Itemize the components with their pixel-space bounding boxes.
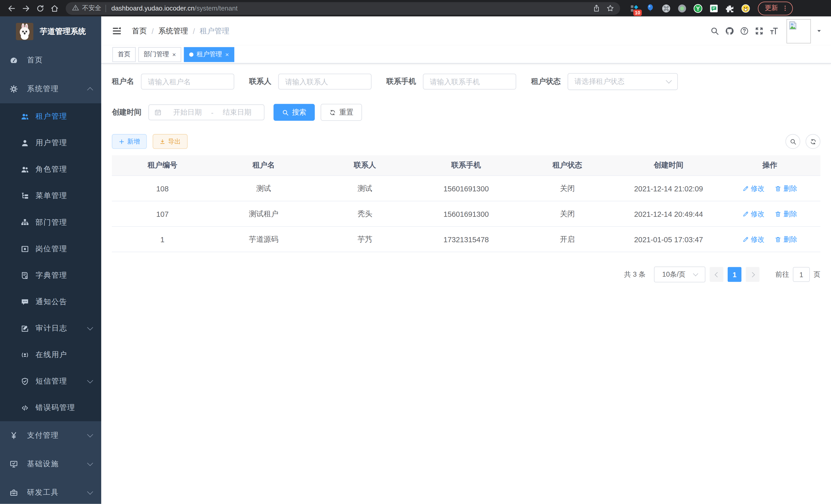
refresh-table-button[interactable] <box>806 134 821 149</box>
total-count: 共 3 条 <box>624 270 646 279</box>
ext-balloon-icon[interactable] <box>642 1 658 16</box>
table-row: 107 测试租户 秃头 15601691300 关闭 2021-12-14 20… <box>112 201 821 227</box>
url-bar[interactable]: 不安全 dashboard.yudao.iocoder.cn /system/t… <box>66 2 620 14</box>
sidebar-item-audit-log[interactable]: 审计日志 <box>0 315 101 342</box>
pencil-icon <box>742 211 749 217</box>
phone-label: 联系手机 <box>386 77 416 86</box>
tenant-table: 租户编号 租户名 联系人 联系手机 租户状态 创建时间 操作 108 测试 <box>112 155 821 252</box>
close-icon[interactable]: × <box>225 51 229 58</box>
delete-link[interactable]: 删除 <box>775 235 797 244</box>
ext-diamond-icon[interactable]: 10 <box>627 1 642 16</box>
end-date-placeholder: 结束日期 <box>216 108 259 117</box>
sidebar-item-users[interactable]: 用户管理 <box>0 130 101 156</box>
font-size-icon[interactable] <box>766 24 781 38</box>
system-submenu: 租户管理 用户管理 角色管理 菜单管理 部门管理 <box>0 103 101 421</box>
search-button[interactable]: 搜索 <box>274 104 315 121</box>
next-page-button[interactable] <box>746 267 760 282</box>
sidebar-fold-icon[interactable] <box>110 24 123 38</box>
goto-page-input[interactable] <box>793 267 810 282</box>
toggle-search-button[interactable] <box>785 134 800 149</box>
browser-toolbar: 不安全 dashboard.yudao.iocoder.cn /system/t… <box>0 0 831 17</box>
fullscreen-icon[interactable] <box>752 24 767 38</box>
prev-page-button[interactable] <box>710 267 724 282</box>
page-unit-label: 页 <box>813 270 821 279</box>
browser-forward-icon[interactable] <box>19 1 33 16</box>
ext-y-logo-icon[interactable] <box>690 1 706 16</box>
ext-command-icon[interactable] <box>658 1 674 16</box>
sidebar: 芋道管理系统 首页 系统管理 租户管理 用户管理 <box>0 17 101 504</box>
tab-tenant[interactable]: 租户管理 × <box>184 47 234 62</box>
current-page[interactable]: 1 <box>728 267 742 282</box>
tab-home[interactable]: 首页 <box>112 47 136 62</box>
status-text: 关闭 <box>517 176 618 201</box>
user-avatar[interactable] <box>786 19 811 43</box>
sidebar-item-departments[interactable]: 部门管理 <box>0 209 101 236</box>
user-menu-caret-icon[interactable] <box>815 28 823 34</box>
sidebar-item-roles[interactable]: 角色管理 <box>0 156 101 183</box>
sidebar-item-notices[interactable]: 通知公告 <box>0 289 101 315</box>
reset-button[interactable]: 重置 <box>321 104 362 121</box>
extensions-puzzle-icon[interactable] <box>722 1 738 16</box>
edit-link[interactable]: 修改 <box>742 209 765 218</box>
breadcrumb-home[interactable]: 首页 <box>132 26 147 36</box>
contact-input[interactable] <box>278 74 372 90</box>
sidebar-item-online-users[interactable]: 在线用户 <box>0 342 101 368</box>
github-icon[interactable] <box>722 24 737 38</box>
sidebar-item-home[interactable]: 首页 <box>0 46 101 75</box>
tab-departments[interactable]: 部门管理 × <box>138 47 181 62</box>
browser-update-button[interactable]: 更新 <box>758 1 793 15</box>
breadcrumb-system[interactable]: 系统管理 <box>158 26 188 36</box>
main-area: 首页 / 系统管理 / 租户管理 首页 <box>101 17 831 504</box>
sidebar-item-infrastructure[interactable]: 基础设施 <box>0 450 101 478</box>
chevron-up-icon <box>87 87 93 93</box>
sitemap-icon <box>20 218 29 227</box>
chevron-down-icon <box>87 432 93 438</box>
profile-avatar-icon[interactable] <box>738 1 754 16</box>
close-icon[interactable]: × <box>172 51 176 58</box>
table-row: 1 芋道源码 芋艿 17321315478 开启 2021-01-05 17:0… <box>112 227 821 252</box>
sidebar-item-tenant[interactable]: 租户管理 <box>0 103 101 130</box>
header-search-icon[interactable] <box>707 24 722 38</box>
chevron-down-icon <box>87 460 93 466</box>
page-content: 租户名 联系人 联系手机 租户状态 请选择租户状态 <box>101 64 831 504</box>
plus-icon <box>119 139 125 144</box>
bookmark-star-icon[interactable] <box>603 2 617 14</box>
tenant-name-input[interactable] <box>141 74 234 90</box>
browser-back-icon[interactable] <box>4 1 19 16</box>
sidebar-item-payment[interactable]: 支付管理 <box>0 421 101 450</box>
not-secure-warning-icon[interactable] <box>72 4 79 12</box>
col-status: 租户状态 <box>517 155 618 175</box>
sidebar-item-error-codes[interactable]: 错误码管理 <box>0 395 101 421</box>
sidebar-item-dictionary[interactable]: 字典管理 <box>0 262 101 289</box>
edit-link[interactable]: 修改 <box>742 235 765 244</box>
search-form-row-1: 租户名 联系人 联系手机 租户状态 请选择租户状态 <box>112 73 821 90</box>
delete-link[interactable]: 删除 <box>775 184 797 193</box>
sidebar-item-menus[interactable]: 菜单管理 <box>0 183 101 209</box>
table-header-row: 租户编号 租户名 联系人 联系手机 租户状态 创建时间 操作 <box>112 155 821 175</box>
ext-recorder-icon[interactable] <box>674 1 690 16</box>
edit-link[interactable]: 修改 <box>742 184 765 193</box>
sidebar-item-system[interactable]: 系统管理 <box>0 75 101 103</box>
breadcrumb-separator: / <box>193 27 195 35</box>
add-button[interactable]: 新增 <box>112 134 147 149</box>
app-title: 芋道管理系统 <box>40 26 86 36</box>
sidebar-item-sms[interactable]: 短信管理 <box>0 368 101 394</box>
refresh-icon <box>809 138 816 145</box>
help-icon[interactable] <box>737 24 752 38</box>
phone-input[interactable] <box>423 74 516 90</box>
browser-reload-icon[interactable] <box>33 1 47 16</box>
export-button[interactable]: 导出 <box>153 134 188 149</box>
date-range-picker[interactable]: 开始日期 - 结束日期 <box>148 104 265 120</box>
app-logo[interactable]: 芋道管理系统 <box>0 17 101 46</box>
delete-link[interactable]: 删除 <box>775 209 797 218</box>
sidebar-item-dev-tools[interactable]: 研发工具 <box>0 478 101 504</box>
security-label[interactable]: 不安全 <box>82 4 101 12</box>
browser-home-icon[interactable] <box>47 1 62 16</box>
tenant-status-select[interactable]: 请选择租户状态 <box>568 73 678 90</box>
share-icon[interactable] <box>590 2 603 14</box>
broadcast-user-icon <box>20 350 29 359</box>
sidebar-item-positions[interactable]: 岗位管理 <box>0 236 101 262</box>
tags-view-bar: 首页 部门管理 × 租户管理 × <box>101 46 831 63</box>
page-size-select[interactable]: 10条/页 <box>654 266 705 282</box>
ext-chat-icon[interactable] <box>706 1 722 16</box>
